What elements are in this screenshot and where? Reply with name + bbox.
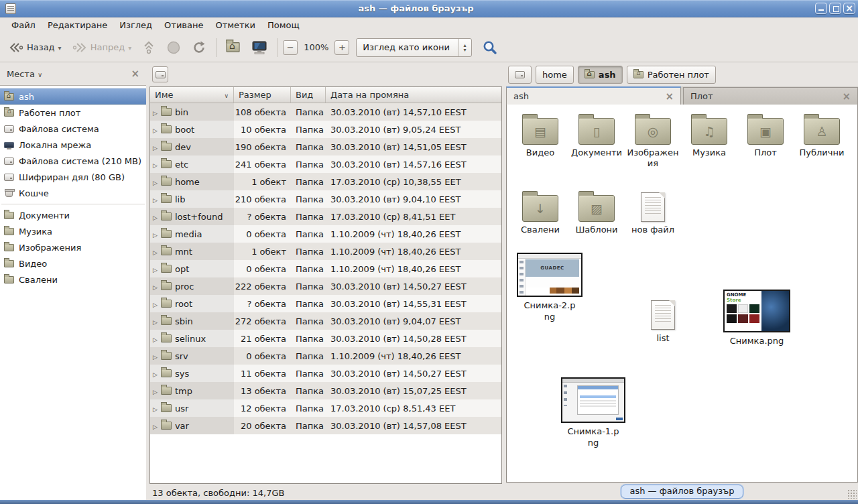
forward-history-arrow-icon[interactable]	[128, 42, 131, 52]
icon-view-tile[interactable]: Изображения	[625, 111, 681, 170]
expander-icon[interactable]	[153, 299, 158, 309]
path-button[interactable]	[508, 66, 532, 84]
icon-view-tile[interactable]: Свалени	[512, 188, 568, 235]
icon-view-tile[interactable]: Шаблони	[568, 188, 625, 235]
sidebar-close-icon[interactable]	[131, 68, 139, 80]
places-dropdown-icon[interactable]	[35, 69, 42, 79]
menu-item[interactable]: Помощ	[261, 19, 306, 32]
file-list[interactable]: list	[641, 296, 685, 344]
expander-icon[interactable]	[153, 421, 158, 431]
file-snimka-2[interactable]: GUADEC Снимка-2.png	[516, 253, 583, 323]
expander-icon[interactable]	[153, 247, 158, 257]
pane-tab[interactable]: ash	[506, 86, 681, 105]
file-snimka-1[interactable]: Снимка-1.png	[560, 377, 627, 449]
menu-item[interactable]: Отметки	[209, 19, 261, 32]
expander-icon[interactable]	[153, 369, 158, 379]
expander-icon[interactable]	[153, 229, 158, 239]
expander-icon[interactable]	[153, 281, 158, 292]
menu-item[interactable]: Редактиране	[42, 19, 113, 32]
icon-view[interactable]: ВидеоДокументиИзображенияМузикаПлотПубли…	[506, 105, 858, 483]
titlebar[interactable]: ash — файлов браузър	[0, 0, 858, 17]
pane-tab[interactable]: Плот	[683, 87, 858, 105]
sidebar-bookmark-item[interactable]: Документи	[0, 207, 146, 223]
tree-row[interactable]: usr12 обектаПапка17.03.2010 (ср) 8,51,43…	[150, 399, 501, 417]
stop-button[interactable]	[162, 37, 186, 58]
expander-icon[interactable]	[153, 351, 158, 361]
computer-button[interactable]	[246, 37, 273, 58]
icon-view-tile[interactable]: Видео	[512, 111, 568, 170]
menu-item[interactable]: Файл	[5, 19, 42, 32]
expander-icon[interactable]	[153, 316, 158, 326]
sidebar-place-item[interactable]: Кошче	[0, 185, 146, 201]
reload-button[interactable]	[187, 37, 211, 58]
tree-row[interactable]: lost+found? обектаПапка17.03.2010 (ср) 8…	[150, 208, 501, 225]
expander-icon[interactable]	[153, 107, 158, 117]
tree-row[interactable]: srv0 обектаПапка1.10.2009 (чт) 18,40,26 …	[150, 347, 501, 365]
tab-close-icon[interactable]	[665, 90, 674, 103]
forward-button[interactable]: Напред	[68, 39, 137, 56]
sidebar-place-item[interactable]: Файлова система	[0, 121, 146, 137]
icon-view-tile[interactable]: нов файл	[625, 188, 681, 235]
sidebar-bookmark-item[interactable]: Видео	[0, 255, 146, 271]
icon-view-tile[interactable]: Музика	[681, 111, 737, 170]
tree-row[interactable]: bin108 обектаПапка30.03.2010 (вт) 14,57,…	[150, 103, 501, 121]
path-button[interactable]: ash	[578, 66, 623, 84]
tree-row[interactable]: sbin272 обектаПапка30.03.2010 (вт) 9,04,…	[150, 312, 501, 330]
close-button[interactable]	[843, 3, 855, 14]
tree-row[interactable]: etc241 обектаПапка30.03.2010 (вт) 14,57,…	[150, 155, 501, 173]
column-header-date[interactable]: Дата на промяна	[326, 87, 501, 103]
icon-view-tile[interactable]: Плот	[737, 111, 794, 170]
tree-row[interactable]: root? обектаПапка30.03.2010 (вт) 14,55,3…	[150, 295, 501, 312]
menu-item[interactable]: Отиване	[158, 19, 209, 32]
sidebar-place-item[interactable]: Шифриран дял (80 GB)	[0, 169, 146, 185]
zoom-in-button[interactable]	[334, 40, 349, 55]
back-history-arrow-icon[interactable]	[58, 42, 62, 52]
sidebar-place-item[interactable]: ash	[0, 88, 146, 105]
expander-icon[interactable]	[153, 177, 158, 187]
tree-row[interactable]: var20 обектаПапка30.03.2010 (вт) 14,57,0…	[150, 417, 501, 434]
tree-row[interactable]: opt0 обектаПапка1.10.2009 (чт) 18,40,26 …	[150, 260, 501, 277]
sidebar-bookmark-item[interactable]: Изображения	[0, 239, 146, 255]
expander-icon[interactable]	[153, 403, 158, 414]
home-button[interactable]	[221, 38, 245, 56]
back-button[interactable]: Назад	[4, 39, 66, 56]
column-header-size[interactable]: Размер	[234, 87, 291, 103]
tree-row[interactable]: proc222 обектаПапка30.03.2010 (вт) 14,50…	[150, 277, 501, 295]
tree-row[interactable]: lib210 обектаПапка30.03.2010 (вт) 9,04,1…	[150, 190, 501, 208]
view-mode-select[interactable]: Изглед като икони	[356, 38, 472, 57]
tree-row[interactable]: tmp13 обектаПапка30.03.2010 (вт) 15,07,2…	[150, 382, 501, 399]
icon-view-tile[interactable]: Документи	[568, 111, 625, 170]
expander-icon[interactable]	[153, 386, 158, 396]
icon-view-tile[interactable]: Публични	[794, 111, 850, 170]
column-header-type[interactable]: Вид	[291, 87, 326, 103]
tree-row[interactable]: selinux21 обектаПапка30.03.2010 (вт) 14,…	[150, 330, 501, 347]
tree-row[interactable]: boot10 обектаПапка30.03.2010 (вт) 9,05,2…	[150, 121, 501, 138]
expander-icon[interactable]	[153, 160, 158, 170]
expander-icon[interactable]	[153, 194, 158, 204]
zoom-out-button[interactable]	[283, 40, 298, 55]
path-button[interactable]: Работен плот	[627, 66, 716, 84]
expander-icon[interactable]	[153, 142, 158, 152]
sidebar-place-item[interactable]: Работен плот	[0, 105, 146, 121]
tree-row[interactable]: sys11 обектаПапка30.03.2010 (вт) 14,50,2…	[150, 365, 501, 382]
sidebar-place-item[interactable]: Локална мрежа	[0, 137, 146, 153]
search-button[interactable]	[480, 38, 500, 58]
tree-row[interactable]: media0 обектаПапка1.10.2009 (чт) 18,40,2…	[150, 225, 501, 243]
minimize-button[interactable]	[815, 3, 827, 14]
expander-icon[interactable]	[153, 212, 158, 222]
tree-row[interactable]: mnt1 обектПапка1.10.2009 (чт) 18,40,26 E…	[150, 243, 501, 260]
tree-row[interactable]: dev190 обектаПапка30.03.2010 (вт) 14,51,…	[150, 138, 501, 155]
sidebar-place-item[interactable]: Файлова система (210 MB)	[0, 153, 146, 169]
resize-grip-icon[interactable]	[847, 489, 857, 499]
expander-icon[interactable]	[153, 264, 158, 274]
file-snimka[interactable]: GNOME Store Снимка.png	[723, 290, 791, 347]
up-button[interactable]	[137, 37, 160, 58]
expander-icon[interactable]	[153, 125, 158, 135]
expander-icon[interactable]	[153, 334, 158, 344]
tree-row[interactable]: home1 обектПапка17.03.2010 (ср) 10,38,55…	[150, 173, 501, 190]
menu-item[interactable]: Изглед	[113, 19, 158, 32]
root-location-button[interactable]	[152, 66, 168, 82]
path-button[interactable]: home	[536, 66, 574, 84]
tab-close-icon[interactable]	[842, 90, 851, 103]
sidebar-bookmark-item[interactable]: Свалени	[0, 271, 146, 288]
